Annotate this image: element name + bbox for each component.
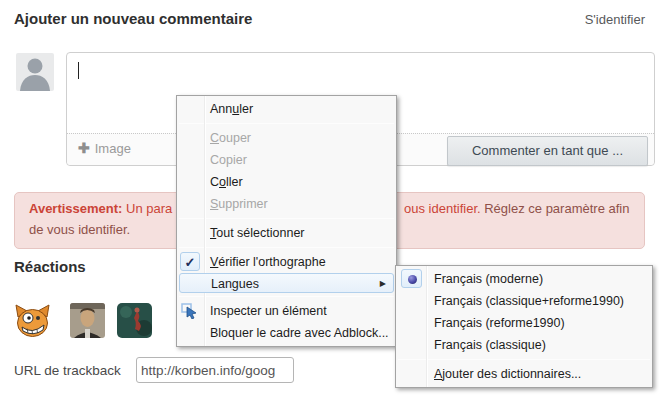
reaction-avatar-cat[interactable] xyxy=(15,303,50,338)
menu-item-verifier-orthographe[interactable]: Vérifier l'orthographe✓ xyxy=(177,251,396,273)
menu-item-label: Tout sélectionner xyxy=(210,226,305,240)
page-title: Ajouter un nouveau commentaire xyxy=(14,10,252,27)
menu-item-label: Français (moderne) xyxy=(434,272,543,286)
menu-item-label: Vérifier l'orthographe xyxy=(210,255,326,269)
menu-item-copier: Copier xyxy=(177,149,396,171)
reactions-heading: Réactions xyxy=(14,258,86,275)
user-avatar xyxy=(16,53,54,91)
menu-item-supprimer: Supprimer xyxy=(177,193,396,215)
menu-separator xyxy=(179,123,394,124)
menu-item-label: Français (reforme1990) xyxy=(434,316,565,330)
menu-item-label: Inspecter un élément xyxy=(210,304,327,318)
context-menu: AnnulerCouperCopierCollerSupprimerTout s… xyxy=(176,95,397,347)
menu-item-francais-moderne[interactable]: Français (moderne) xyxy=(396,268,652,290)
menu-item-tout-selectionner[interactable]: Tout sélectionner xyxy=(177,222,396,244)
menu-item-label: Copier xyxy=(210,153,247,167)
trackback-url-input[interactable] xyxy=(136,357,294,383)
languages-submenu: Français (moderne)Français (classique+re… xyxy=(395,265,653,388)
add-image-button[interactable]: ✚Image xyxy=(78,140,131,156)
menu-item-inspecter-element[interactable]: Inspecter un élément xyxy=(177,300,396,322)
inspect-element-icon xyxy=(181,303,198,319)
plus-icon: ✚ xyxy=(78,140,90,156)
reaction-avatar-fantasy[interactable] xyxy=(117,303,152,338)
menu-item-label: Coller xyxy=(210,175,243,189)
warning-text-line1: Avertissement: Un para xyxy=(29,201,172,216)
menu-item-couper: Couper xyxy=(177,127,396,149)
menu-item-francais-classique-reforme1990[interactable]: Français (classique+reforme1990) xyxy=(396,290,652,312)
menu-separator xyxy=(398,359,650,360)
cat-cartoon-icon xyxy=(15,303,50,338)
menu-separator xyxy=(179,296,394,297)
warning-label: Avertissement: xyxy=(29,201,122,216)
comment-page: Ajouter un nouveau commentaire S'identif… xyxy=(0,0,659,402)
menu-item-ajouter-dictionnaires[interactable]: Ajouter des dictionnaires... xyxy=(396,363,652,385)
portrait-photo xyxy=(70,303,105,338)
menu-item-annuler[interactable]: Annuler xyxy=(177,98,396,120)
signin-link[interactable]: S'identifier xyxy=(585,12,645,27)
trackback-label: URL de trackback xyxy=(14,363,121,378)
menu-item-label: Ajouter des dictionnaires... xyxy=(434,367,581,381)
warning-text-line1-right: ous identifier. Réglez ce paramètre afin xyxy=(404,201,629,216)
menu-item-francais-reforme1990[interactable]: Français (reforme1990) xyxy=(396,312,652,334)
menu-separator xyxy=(179,218,394,219)
menu-item-langues[interactable]: Langues▶ xyxy=(179,273,394,293)
menu-item-label: Bloquer le cadre avec Adblock... xyxy=(210,326,389,340)
fantasy-art-photo xyxy=(117,303,152,338)
checkmark-icon: ✓ xyxy=(180,252,200,271)
person-silhouette-icon xyxy=(16,53,54,91)
menu-item-bloquer-adblock[interactable]: Bloquer le cadre avec Adblock... xyxy=(177,322,396,344)
warning-text-line2: de vous identifier. xyxy=(29,222,130,237)
reaction-avatar-portrait[interactable] xyxy=(70,303,105,338)
menu-item-label: Supprimer xyxy=(210,197,268,211)
menu-item-coller[interactable]: Coller xyxy=(177,171,396,193)
menu-item-label: Français (classique) xyxy=(434,338,546,352)
comment-submit-button[interactable]: Commenter en tant que ... xyxy=(447,136,648,166)
menu-separator xyxy=(179,247,394,248)
radio-selected-icon xyxy=(401,269,422,288)
menu-item-label: Annuler xyxy=(210,102,253,116)
menu-item-label: Langues xyxy=(211,277,259,291)
menu-item-label: Français (classique+reforme1990) xyxy=(434,294,624,308)
submenu-arrow-icon: ▶ xyxy=(380,274,386,294)
text-cursor xyxy=(78,62,79,79)
menu-item-francais-classique[interactable]: Français (classique) xyxy=(396,334,652,356)
menu-item-label: Couper xyxy=(210,131,251,145)
